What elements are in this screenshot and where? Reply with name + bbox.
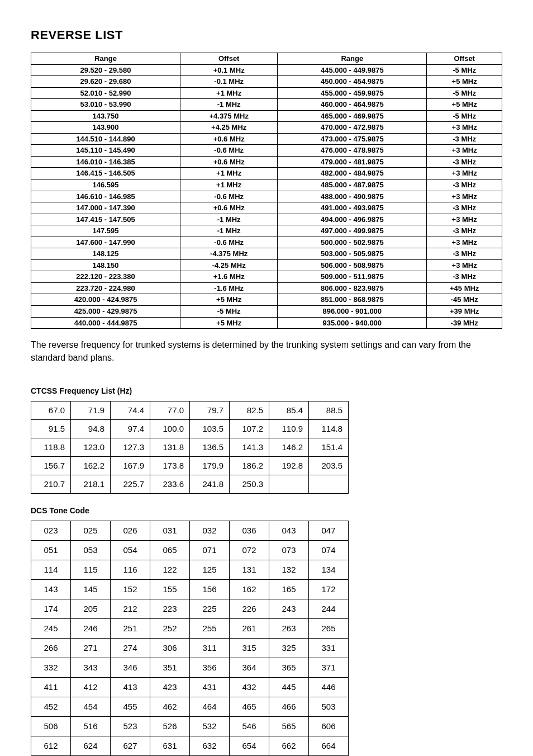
table-cell: 473.000 - 475.9875	[278, 133, 427, 145]
table-cell: +1 MHz	[180, 179, 278, 191]
table-cell: +0.1 MHz	[180, 64, 278, 76]
table-row: 147.600 - 147.990-0.6 MHz500.000 - 502.9…	[31, 237, 502, 248]
table-cell: +5 MHz	[180, 317, 278, 329]
table-cell: +5 MHz	[180, 294, 278, 306]
table-cell: 445.000 - 449.9875	[278, 64, 427, 76]
table-cell: +0.6 MHz	[180, 156, 278, 168]
table-cell: 343	[71, 658, 111, 677]
table-row: 146.610 - 146.985-0.6 MHz488.000 - 490.9…	[31, 191, 502, 202]
ctcss-table: 67.071.974.477.079.782.585.488.591.594.8…	[31, 401, 349, 494]
table-cell: 223.720 - 224.980	[31, 282, 180, 294]
table-cell: 107.2	[230, 419, 269, 438]
table-row: 452454455462464465466503	[31, 697, 349, 716]
table-row: 612624627631632654662664	[31, 736, 349, 755]
table-cell: 054	[111, 540, 150, 560]
table-cell: 431	[190, 677, 230, 697]
table-cell: 440.000 - 444.9875	[31, 317, 180, 329]
table-cell: 523	[111, 716, 150, 736]
table-row: 144.510 - 144.890+0.6 MHz473.000 - 475.9…	[31, 133, 502, 145]
table-cell: 425.000 - 429.9875	[31, 306, 180, 318]
page-title: REVERSE LIST	[31, 28, 502, 42]
dcs-title: DCS Tone Code	[31, 506, 502, 515]
table-cell: 274	[111, 638, 150, 658]
table-cell: 479.000 - 481.9875	[278, 156, 427, 168]
table-row: 146.010 - 146.385+0.6 MHz479.000 - 481.9…	[31, 156, 502, 168]
table-cell: 664	[309, 736, 349, 755]
table-row: 146.595+1 MHz485.000 - 487.9875-3 MHz	[31, 179, 502, 191]
table-row: 29.520 - 29.580+0.1 MHz445.000 - 449.987…	[31, 64, 502, 76]
table-cell: 146.595	[31, 179, 180, 191]
table-cell: 546	[230, 716, 269, 736]
table-cell: 482.000 - 484.9875	[278, 168, 427, 179]
table-row: 67.071.974.477.079.782.585.488.5	[31, 401, 349, 419]
table-cell: -3 MHz	[427, 225, 502, 237]
table-cell: 411	[31, 677, 71, 697]
table-cell: 186.2	[230, 456, 269, 475]
table-cell: 466	[269, 697, 309, 716]
table-cell: 263	[269, 618, 309, 638]
table-cell: 127.3	[111, 438, 150, 456]
table-cell: 654	[230, 736, 269, 755]
table-cell: 565	[269, 716, 309, 736]
table-cell: 156	[190, 579, 230, 599]
table-cell: +3 MHz	[427, 122, 502, 134]
table-cell: 454	[71, 697, 111, 716]
table-cell: 110.9	[269, 419, 309, 438]
table-cell: 365	[269, 658, 309, 677]
table-cell: 047	[309, 521, 349, 540]
table-cell: -3 MHz	[427, 248, 502, 260]
table-cell: 192.8	[269, 456, 309, 475]
table-cell: 497.000 - 499.9875	[278, 225, 427, 237]
table-cell: 311	[190, 638, 230, 658]
table-row: 245246251252255261263265	[31, 618, 349, 638]
table-row: 023025026031032036043047	[31, 521, 349, 540]
table-cell: 445	[269, 677, 309, 697]
table-cell: 023	[31, 521, 71, 540]
table-cell: 476.000 - 478.9875	[278, 145, 427, 157]
table-cell: 331	[309, 638, 349, 658]
table-cell: 222.120 - 223.380	[31, 271, 180, 283]
table-cell: 250.3	[230, 475, 269, 493]
table-cell: 526	[150, 716, 190, 736]
table-cell: 488.000 - 490.9875	[278, 191, 427, 202]
table-cell: 53.010 - 53.990	[31, 99, 180, 111]
table-cell: 465	[230, 697, 269, 716]
table-row: 143145152155156162165172	[31, 579, 349, 599]
table-row: 29.620 - 29.680-0.1 MHz450.000 - 454.987…	[31, 76, 502, 88]
table-cell: 125	[190, 560, 230, 579]
table-cell: 123.0	[71, 438, 111, 456]
table-cell: 245	[31, 618, 71, 638]
table-cell: 243	[269, 599, 309, 618]
table-cell: 071	[190, 540, 230, 560]
table-cell: 632	[190, 736, 230, 755]
table-cell: 79.7	[190, 401, 230, 419]
table-cell: 506.000 - 508.9875	[278, 259, 427, 271]
table-cell: 85.4	[269, 401, 309, 419]
table-cell: +39 MHz	[427, 306, 502, 318]
table-cell: 265	[309, 618, 349, 638]
table-cell: +3 MHz	[427, 145, 502, 157]
table-row: 051053054065071072073074	[31, 540, 349, 560]
table-cell: 179.9	[190, 456, 230, 475]
table-cell: +4.375 MHz	[180, 110, 278, 122]
col-header: Offset	[427, 53, 502, 65]
table-cell: 252	[150, 618, 190, 638]
table-cell: -4.25 MHz	[180, 259, 278, 271]
table-cell: 145.110 - 145.490	[31, 145, 180, 157]
table-cell: 29.620 - 29.680	[31, 76, 180, 88]
table-row: 148.125-4.375 MHz503.000 - 505.9875-3 MH…	[31, 248, 502, 260]
table-cell: 532	[190, 716, 230, 736]
table-cell: -45 MHz	[427, 294, 502, 306]
table-cell: 82.5	[230, 401, 269, 419]
table-cell: 29.520 - 29.580	[31, 64, 180, 76]
table-cell: 241.8	[190, 475, 230, 493]
table-cell: 455	[111, 697, 150, 716]
table-cell: 251	[111, 618, 150, 638]
table-cell: 212	[111, 599, 150, 618]
table-row: 222.120 - 223.380+1.6 MHz509.000 - 511.9…	[31, 271, 502, 283]
table-cell: -5 MHz	[427, 87, 502, 99]
table-cell: 148.125	[31, 248, 180, 260]
table-row: 91.594.897.4100.0103.5107.2110.9114.8	[31, 419, 349, 438]
table-cell: 935.000 - 940.000	[278, 317, 427, 329]
table-cell: 151.4	[309, 438, 349, 456]
